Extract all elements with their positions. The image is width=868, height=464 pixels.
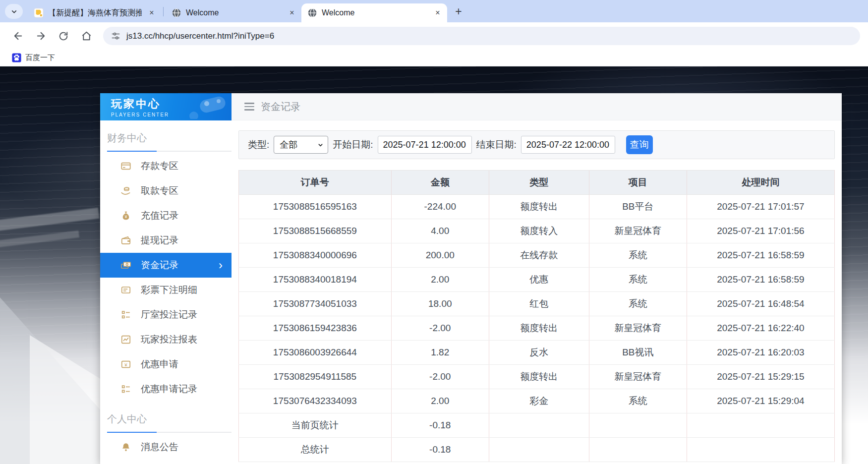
browser-tab-3-active[interactable]: Welcome × xyxy=(301,3,447,22)
sidebar-item-label: 存款专区 xyxy=(141,160,178,173)
table-row: 17530883400181942.00优惠系统2025-07-21 16:58… xyxy=(239,268,835,292)
page-title: 资金记录 xyxy=(261,100,300,114)
table-cell xyxy=(489,413,589,438)
tab-close-icon[interactable]: × xyxy=(432,7,443,18)
table-cell: 系统 xyxy=(589,243,687,268)
start-date-input[interactable] xyxy=(378,136,472,154)
type-select[interactable]: 全部 xyxy=(274,136,328,154)
column-header: 项目 xyxy=(589,171,687,195)
sidebar-item-hall-bet-records[interactable]: 厅室投注记录 xyxy=(100,302,231,327)
table-cell xyxy=(687,438,834,462)
sidebar-item-recharge-records[interactable]: ¥充值记录 xyxy=(100,203,231,228)
baidu-paw-icon xyxy=(12,53,21,62)
table-cell: 新皇冠体育 xyxy=(589,219,687,243)
browser-toolbar: js13.cc/hhcp/usercenter.html?iniType=6 xyxy=(0,22,868,50)
sidebar-item-withdrawal-records[interactable]: 提现记录 xyxy=(100,228,231,253)
table-cell: 当前页统计 xyxy=(239,413,392,438)
home-button[interactable] xyxy=(76,26,96,46)
table-cell: 1753076432334093 xyxy=(239,389,392,413)
browser-tab-1[interactable]: 【新提醒】海燕体育预测推荐区 × xyxy=(28,3,161,22)
table-cell: 2025-07-21 16:20:03 xyxy=(687,341,834,365)
sidebar-item-promo-application[interactable]: ¥优惠申请 xyxy=(100,352,231,377)
sidebar-item-promo-application-records[interactable]: 优惠申请记录 xyxy=(100,377,231,402)
table-row: 17530764323340932.00彩金系统2025-07-21 15:29… xyxy=(239,389,835,413)
sidebar-item-label: 玩家投注报表 xyxy=(141,333,197,346)
sidebar-item-message-announcements[interactable]: 消息公告 xyxy=(100,435,231,460)
tab-title: Welcome xyxy=(322,8,428,17)
sidebar-item-player-bet-report[interactable]: 玩家投注报表 xyxy=(100,327,231,352)
table-row: 175308773405103318.00红包系统2025-07-21 16:4… xyxy=(239,292,835,316)
summary-row: 当前页统计-0.18 xyxy=(239,413,835,438)
table-cell: 彩金 xyxy=(489,389,589,413)
table-cell: 2025-07-21 16:22:40 xyxy=(687,316,834,341)
chevron-right-icon: › xyxy=(219,259,223,271)
select-arrow-icon xyxy=(318,142,323,148)
reload-button[interactable] xyxy=(54,26,73,46)
table-cell: 1753088340000696 xyxy=(239,243,392,268)
back-button[interactable] xyxy=(8,26,28,46)
url-text: js13.cc/hhcp/usercenter.html?iniType=6 xyxy=(126,31,274,41)
list-detail-icon xyxy=(120,384,131,395)
sidebar-nav: 财务中心存款专区取款专区¥充值记录提现记录资金记录›彩票下注明细厅室投注记录玩家… xyxy=(100,120,231,460)
forward-button[interactable] xyxy=(31,26,51,46)
browser-tab-2[interactable]: Welcome × xyxy=(166,3,301,22)
sidebar-item-label: 取款专区 xyxy=(141,184,178,197)
money-bag-icon: ¥ xyxy=(120,210,131,221)
coupon-icon: ¥ xyxy=(120,359,131,370)
sidebar-item-label: 优惠申请 xyxy=(141,358,178,371)
table-cell: 系统 xyxy=(589,389,687,413)
sidebar: 玩家中心 PLAYERS CENTER 财务中心存款专区取款专区¥充值记录提现记… xyxy=(100,93,231,464)
ticket-lines-icon xyxy=(120,285,131,295)
table-row: 1753088340000696200.00在线存款系统2025-07-21 1… xyxy=(239,243,835,268)
section-label: 个人中心 xyxy=(107,412,231,426)
table-cell: 1753086159423836 xyxy=(239,316,392,341)
new-tab-button[interactable]: + xyxy=(451,4,466,19)
table-cell: 2.00 xyxy=(391,268,489,292)
end-date-input[interactable] xyxy=(521,136,615,154)
tab-close-icon[interactable]: × xyxy=(287,7,297,18)
table-cell: 系统 xyxy=(589,292,687,316)
section-divider xyxy=(107,151,231,152)
column-header: 订单号 xyxy=(239,171,392,195)
banknotes-icon xyxy=(120,260,131,271)
section-divider xyxy=(107,432,231,433)
hand-coins-icon xyxy=(120,185,131,196)
sidebar-item-funds-records[interactable]: 资金记录› xyxy=(100,253,231,278)
table-cell: 红包 xyxy=(489,292,589,316)
sidebar-item-deposit-zone[interactable]: 存款专区 xyxy=(100,154,231,178)
table-cell: -0.18 xyxy=(391,413,489,438)
address-bar[interactable]: js13.cc/hhcp/usercenter.html?iniType=6 xyxy=(103,27,860,45)
bank-card-icon xyxy=(120,161,131,172)
table-cell: 系统 xyxy=(589,268,687,292)
table-cell: 1753088515668559 xyxy=(239,219,392,243)
table-cell: 200.00 xyxy=(391,243,489,268)
column-header: 类型 xyxy=(489,171,589,195)
players-center-panel: 玩家中心 PLAYERS CENTER 财务中心存款专区取款专区¥充值记录提现记… xyxy=(100,93,842,464)
table-cell: 1753086003926644 xyxy=(239,341,392,365)
tab-search-button[interactable] xyxy=(5,4,23,19)
table-cell: 额度转出 xyxy=(489,316,589,341)
sidebar-item-label: 提现记录 xyxy=(141,234,178,247)
table-cell: -0.18 xyxy=(391,438,489,462)
table-cell: 新皇冠体育 xyxy=(589,365,687,389)
table-cell: 1753088340018194 xyxy=(239,268,392,292)
sidebar-item-lottery-bet-details[interactable]: 彩票下注明细 xyxy=(100,278,231,302)
sidebar-item-withdraw-zone[interactable]: 取款专区 xyxy=(100,178,231,203)
funds-table: 订单号金额类型项目处理时间 1753088516595163-224.00额度转… xyxy=(238,170,835,462)
svg-text:¥: ¥ xyxy=(124,362,127,367)
query-button[interactable]: 查询 xyxy=(626,135,653,154)
bookmark-baidu[interactable]: 百度一下 xyxy=(8,52,59,64)
table-cell: BB平台 xyxy=(589,195,687,219)
tab-close-icon[interactable]: × xyxy=(146,7,157,18)
table-cell: 1753087734051033 xyxy=(239,292,392,316)
table-cell: -224.00 xyxy=(391,195,489,219)
tab-separator xyxy=(163,7,164,16)
table-row: 1753082954911585-2.00额度转出新皇冠体育2025-07-21… xyxy=(239,365,835,389)
table-cell: 1.82 xyxy=(391,341,489,365)
background-streak xyxy=(0,231,79,251)
menu-toggle-icon[interactable] xyxy=(244,103,254,111)
bell-icon xyxy=(120,442,131,453)
column-header: 金额 xyxy=(391,171,489,195)
table-cell: 2025-07-21 17:01:57 xyxy=(687,195,834,219)
main-content: 类型: 全部 开始日期: 结束日期: 查询 订单号金额类型项目处理时间 xyxy=(231,120,842,464)
